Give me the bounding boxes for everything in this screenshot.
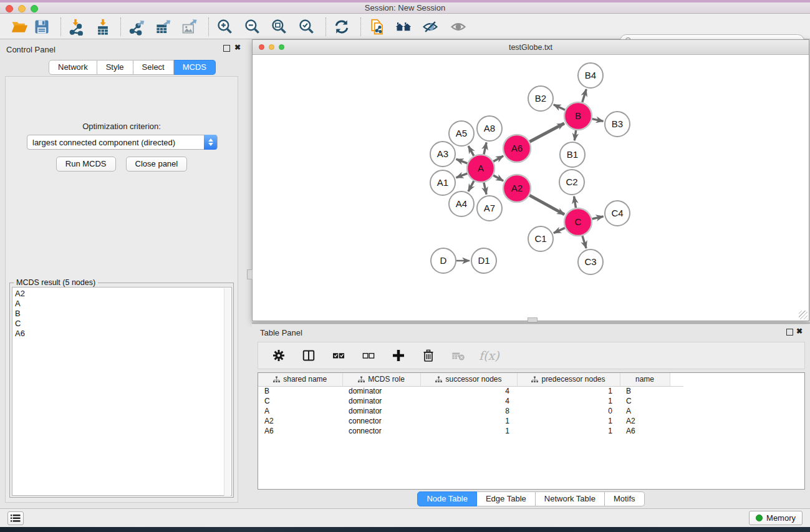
export-image-icon[interactable] bbox=[179, 17, 200, 36]
cell-name[interactable]: A6 bbox=[620, 426, 670, 436]
close-table-panel-icon[interactable]: ✖ bbox=[796, 327, 803, 336]
export-network-icon[interactable] bbox=[125, 17, 147, 36]
refresh-layout-icon[interactable] bbox=[331, 17, 352, 36]
edge-A-A5[interactable] bbox=[468, 146, 474, 156]
cell-name[interactable]: A2 bbox=[620, 416, 670, 426]
clone-network-icon[interactable] bbox=[367, 17, 388, 36]
export-table-icon[interactable] bbox=[152, 17, 173, 36]
resize-grip-icon[interactable] bbox=[799, 311, 808, 319]
tab-network-table[interactable]: Network Table bbox=[536, 491, 605, 506]
edge-C-C3[interactable] bbox=[582, 236, 586, 248]
task-history-button[interactable] bbox=[7, 511, 24, 525]
edge-B-B4[interactable] bbox=[582, 89, 586, 102]
edge-A-A1[interactable] bbox=[456, 173, 468, 178]
tab-style[interactable]: Style bbox=[97, 60, 133, 75]
cell-name[interactable]: C bbox=[620, 396, 670, 406]
cell-shared-name[interactable]: A2 bbox=[258, 416, 342, 426]
column-header-name[interactable]: name bbox=[620, 373, 670, 386]
tab-motifs[interactable]: Motifs bbox=[605, 491, 645, 506]
tab-select[interactable]: Select bbox=[133, 60, 174, 75]
show-all-networks-icon[interactable] bbox=[393, 17, 414, 36]
cell-shared-name[interactable]: C bbox=[258, 396, 342, 406]
cell-successor-nodes[interactable]: 8 bbox=[420, 406, 517, 416]
tab-edge-table[interactable]: Edge Table bbox=[477, 491, 536, 506]
cell-mcds-role[interactable]: dominator bbox=[342, 396, 420, 406]
cell-successor-nodes[interactable]: 1 bbox=[420, 426, 517, 436]
unselect-all-columns-icon[interactable] bbox=[359, 346, 378, 365]
column-layout-icon[interactable] bbox=[299, 346, 318, 365]
delete-column-icon[interactable] bbox=[419, 346, 438, 365]
edge-A-A4[interactable] bbox=[468, 181, 474, 191]
mcds-result-list[interactable]: A2ABCA6 bbox=[12, 287, 232, 496]
edge-C-C4[interactable] bbox=[592, 216, 603, 219]
cell-name[interactable]: A bbox=[620, 406, 670, 416]
tab-network[interactable]: Network bbox=[49, 60, 97, 75]
run-mcds-button[interactable]: Run MCDS bbox=[56, 157, 116, 172]
tab-mcds[interactable]: MCDS bbox=[174, 60, 216, 75]
edge-C-C1[interactable] bbox=[554, 228, 565, 233]
table-row[interactable]: Bdominator41B bbox=[258, 386, 683, 396]
column-header-mcds-role[interactable]: MCDS role bbox=[342, 373, 420, 386]
close-panel-icon[interactable]: ✖ bbox=[234, 43, 241, 52]
edge-B-B3[interactable] bbox=[592, 119, 604, 122]
result-item[interactable]: A bbox=[15, 299, 231, 309]
table-row[interactable]: A2connector11A2 bbox=[258, 416, 683, 426]
cell-shared-name[interactable]: B bbox=[258, 386, 342, 396]
cell-shared-name[interactable]: A6 bbox=[258, 426, 342, 436]
result-scrollbar[interactable] bbox=[224, 288, 231, 496]
cell-successor-nodes[interactable]: 4 bbox=[420, 396, 517, 406]
edge-A-A8[interactable] bbox=[484, 142, 486, 154]
cell-predecessor-nodes[interactable]: 1 bbox=[517, 416, 620, 426]
save-session-icon[interactable] bbox=[31, 17, 52, 36]
column-header-successor-nodes[interactable]: successor nodes bbox=[420, 373, 517, 386]
select-all-columns-icon[interactable] bbox=[329, 346, 348, 365]
import-table-icon[interactable] bbox=[92, 17, 113, 36]
cell-mcds-role[interactable]: connector bbox=[342, 426, 420, 436]
column-header-predecessor-nodes[interactable]: predecessor nodes bbox=[517, 373, 620, 386]
edge-B-B2[interactable] bbox=[554, 105, 565, 110]
optimization-criterion-select[interactable]: largest connected component (directed) bbox=[27, 135, 218, 150]
cell-predecessor-nodes[interactable]: 1 bbox=[517, 386, 620, 396]
result-item[interactable]: C bbox=[15, 319, 231, 329]
show-hide-view-icon[interactable] bbox=[448, 17, 469, 36]
edge-B-B1[interactable] bbox=[574, 130, 576, 140]
table-row[interactable]: Cdominator41C bbox=[258, 396, 683, 406]
table-settings-icon[interactable] bbox=[269, 346, 288, 365]
edge-A2-C[interactable] bbox=[529, 195, 564, 215]
horizontal-divider-handle[interactable] bbox=[528, 317, 538, 322]
result-item[interactable]: B bbox=[15, 309, 231, 319]
table-row[interactable]: Adominator80A bbox=[258, 406, 683, 416]
zoom-out-icon[interactable] bbox=[242, 17, 263, 36]
edge-A6-B[interactable] bbox=[529, 123, 564, 142]
cell-successor-nodes[interactable]: 1 bbox=[420, 416, 517, 426]
node-table[interactable]: shared nameMCDS rolesuccessor nodesprede… bbox=[258, 373, 683, 436]
column-header-shared-name[interactable]: shared name bbox=[258, 373, 342, 386]
show-hide-style-icon[interactable] bbox=[420, 17, 441, 36]
cell-name[interactable]: B bbox=[620, 386, 670, 396]
cell-mcds-role[interactable]: dominator bbox=[342, 386, 420, 396]
cell-mcds-role[interactable]: dominator bbox=[342, 406, 420, 416]
result-item[interactable]: A6 bbox=[15, 329, 231, 339]
edge-A-A3[interactable] bbox=[456, 159, 468, 163]
tab-node-table[interactable]: Node Table bbox=[417, 491, 477, 506]
node-table-header-row[interactable]: shared nameMCDS rolesuccessor nodesprede… bbox=[258, 373, 683, 386]
network-window-titlebar[interactable]: testGlobe.txt bbox=[253, 40, 809, 55]
cell-successor-nodes[interactable]: 4 bbox=[420, 386, 517, 396]
cell-predecessor-nodes[interactable]: 1 bbox=[517, 426, 620, 436]
close-panel-button[interactable]: Close panel bbox=[126, 157, 188, 172]
table-row[interactable]: A6connector11A6 bbox=[258, 426, 683, 436]
cell-predecessor-nodes[interactable]: 0 bbox=[517, 406, 620, 416]
vertical-divider-handle[interactable] bbox=[247, 269, 253, 279]
zoom-fit-icon[interactable] bbox=[269, 17, 290, 36]
import-network-icon[interactable] bbox=[65, 17, 86, 36]
memory-button[interactable]: Memory bbox=[749, 511, 803, 525]
float-panel-icon[interactable] bbox=[223, 45, 230, 52]
edge-C-C2[interactable] bbox=[574, 196, 576, 208]
float-table-panel-icon[interactable] bbox=[786, 329, 793, 336]
edge-A-A2[interactable] bbox=[493, 175, 503, 181]
add-column-icon[interactable] bbox=[389, 346, 408, 365]
network-canvas[interactable]: B4B2BB3A8A5A6A3B1AA1C2A2A4A7CC4C1C3DD1 bbox=[253, 55, 808, 321]
zoom-in-icon[interactable] bbox=[215, 17, 236, 36]
result-item[interactable]: A2 bbox=[15, 289, 231, 299]
edge-A-A7[interactable] bbox=[484, 182, 486, 194]
